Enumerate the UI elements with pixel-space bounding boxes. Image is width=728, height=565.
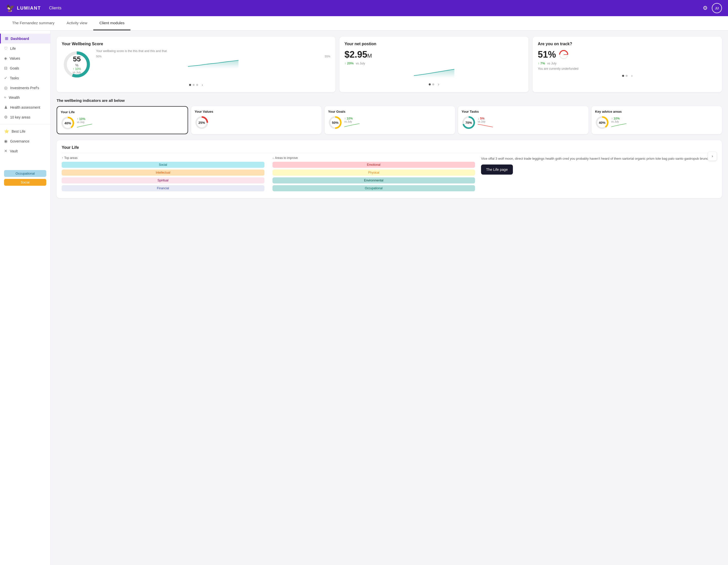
ind-advice-title: Key advice areas	[595, 110, 718, 114]
ind-goals-title: Your Goals	[328, 110, 451, 114]
indicator-goals[interactable]: Your Goals 50% ↑ 10% vs July	[325, 106, 455, 134]
header-nav-label[interactable]: Clients	[49, 6, 61, 10]
sidebar-item-governance[interactable]: ◉ Governance	[0, 136, 50, 146]
spark-max: 55%	[325, 55, 330, 58]
indicator-life[interactable]: Your Life 40% ↑ 10% vs July	[57, 106, 188, 134]
ind-goals-right: ↑ 10% vs July	[344, 117, 359, 129]
wellbeing-desc: Your wellbeing score is the this that an…	[96, 49, 330, 53]
values-icon: ◈	[4, 56, 7, 61]
ind-life-score: 40%	[64, 121, 71, 125]
net-vs: vs July	[356, 62, 365, 65]
area-emotional[interactable]: Emotional	[272, 162, 475, 168]
net-carousel: ›	[345, 82, 524, 87]
tab-activity[interactable]: Activity view	[61, 16, 94, 30]
bestlife-icon: ⭐	[4, 129, 9, 134]
ind-life-change: ↑ 10%	[77, 117, 92, 121]
wellbeing-inner: 55 % ↑ 10% vs July Your wellbeing score …	[62, 49, 330, 80]
logo: 🦅 LUMIANT	[6, 4, 41, 12]
area-physical[interactable]: Physical	[272, 170, 475, 176]
vault-icon: ✕	[4, 149, 7, 153]
dot-1[interactable]	[189, 84, 191, 86]
ind-tasks-sparkline	[478, 123, 493, 128]
sidebar-item-values[interactable]: ◈ Values	[0, 53, 50, 63]
areas-icon: ⚙	[4, 115, 8, 120]
sidebar-item-dashboard[interactable]: ⊞ Dashboard	[0, 34, 50, 43]
settings-icon[interactable]: ⚙	[703, 5, 708, 11]
sidebar-item-bestlife[interactable]: ⭐ Best Life	[0, 126, 50, 136]
ind-life-title: Your Life	[61, 110, 184, 114]
logo-bird-icon: 🦅	[6, 4, 15, 12]
sidebar-item-health[interactable]: ♟ Health assessment	[0, 102, 50, 112]
header-left: 🦅 LUMIANT Clients	[6, 4, 61, 12]
wellbeing-vs: vs July	[73, 71, 81, 74]
area-spiritual[interactable]: Spiritual	[62, 177, 264, 184]
sidebar-item-investments[interactable]: ◎ Investments Pref's	[0, 83, 50, 93]
life-description: Vice offal 3 wolf moon, direct trade leg…	[481, 156, 711, 162]
ind-advice-change: ↑ 10%	[611, 117, 626, 120]
tab-client-modules[interactable]: Client modules	[93, 16, 130, 30]
net-unit: M	[367, 53, 372, 59]
top-areas-label: ↑ Top areas	[62, 156, 264, 160]
track-pct-row: 51%	[538, 49, 717, 60]
net-sparkline	[345, 68, 524, 78]
sidebar-item-tasks[interactable]: ✓ Tasks	[0, 73, 50, 83]
ind-advice-vs: vs July	[611, 120, 626, 123]
net-change-row: ↑ 20% vs July	[345, 61, 524, 65]
net-carousel-next[interactable]: ›	[438, 82, 439, 87]
top-areas-arrow: ↑	[62, 156, 63, 160]
ind-values-donut: 25%	[195, 116, 209, 130]
sidebar-item-vault[interactable]: ✕ Vault	[0, 146, 50, 156]
dot-2[interactable]	[193, 84, 195, 86]
sidebar: ⊞ Dashboard ♡ Life ◈ Values ⊟ Goals ✓ Ta…	[0, 31, 51, 565]
sidebar-item-10areas[interactable]: ⚙ 10 key areas	[0, 112, 50, 122]
life-page-button[interactable]: The Life page	[481, 165, 513, 175]
track-change-row: ↑ 7% vs July	[538, 61, 717, 65]
logo-text: LUMIANT	[17, 6, 41, 11]
avatar[interactable]: JJ	[712, 3, 722, 13]
top-cards-row: Your Wellbeing Score 55 % ↑ 10% vs July	[57, 37, 722, 92]
carousel-next[interactable]: ›	[202, 83, 203, 87]
area-intellectual[interactable]: Intellectual	[62, 170, 264, 176]
wellbeing-change: ↑ 10%	[73, 67, 81, 71]
indicator-values[interactable]: Your Values 25%	[191, 106, 322, 134]
ind-goals-change: ↑ 10%	[344, 117, 359, 120]
area-environmental[interactable]: Environmental	[272, 177, 475, 184]
area-occupational[interactable]: Occupational	[272, 185, 475, 191]
wellbeing-score-label: 55 % ↑ 10% vs July	[73, 55, 81, 74]
sidebar-tags: Occupational Social	[0, 166, 50, 190]
indicator-tasks[interactable]: Your Tasks 70% ↓ 5% vs July	[458, 106, 588, 134]
sidebar-item-wealth[interactable]: ≈ Wealth	[0, 93, 50, 102]
main-layout: ⊞ Dashboard ♡ Life ◈ Values ⊟ Goals ✓ Ta…	[0, 31, 728, 565]
tag-social[interactable]: Social	[4, 179, 46, 186]
improve-areas-label: ↓ Areas to improve	[272, 156, 475, 160]
area-social[interactable]: Social	[62, 162, 264, 168]
track-dot-1[interactable]	[622, 75, 624, 77]
half-circle-icon	[559, 50, 569, 60]
indicators-row: Your Life 40% ↑ 10% vs July	[57, 106, 722, 134]
ind-goals-donut: 50%	[328, 116, 342, 130]
track-carousel-next[interactable]: ›	[631, 74, 632, 78]
areas-columns: ↑ Top areas Social Intellectual Spiritua…	[62, 156, 475, 193]
net-dot-2[interactable]	[432, 83, 434, 85]
ind-life-vs: vs July	[77, 121, 92, 124]
tasks-icon: ✓	[4, 76, 7, 80]
ind-goals-sparkline	[344, 123, 359, 128]
wellbeing-sparkline	[96, 58, 330, 69]
ind-advice-donut: 40%	[595, 116, 609, 130]
tab-fernandez[interactable]: The Fernandez summary	[6, 16, 61, 30]
sidebar-item-goals[interactable]: ⊟ Goals	[0, 63, 50, 73]
dashboard-icon: ⊞	[5, 36, 8, 41]
tag-occupational[interactable]: Occupational	[4, 170, 46, 177]
top-areas-col: ↑ Top areas Social Intellectual Spiritua…	[62, 156, 264, 193]
net-dot-1[interactable]	[429, 83, 431, 85]
spark-labels: 50% 55%	[96, 55, 330, 58]
track-dot-2[interactable]	[626, 75, 628, 77]
life-nav-arrow[interactable]: ›	[708, 152, 717, 161]
ind-advice-sparkline	[611, 123, 626, 128]
sidebar-item-life[interactable]: ♡ Life	[0, 43, 50, 53]
area-financial[interactable]: Financial	[62, 185, 264, 191]
dot-3[interactable]	[196, 84, 198, 86]
ind-advice-right: ↑ 10% vs July	[611, 117, 626, 129]
indicator-advice[interactable]: Key advice areas 40% ↑ 10% vs July	[591, 106, 722, 134]
ind-goals-vs: vs July	[344, 120, 359, 123]
